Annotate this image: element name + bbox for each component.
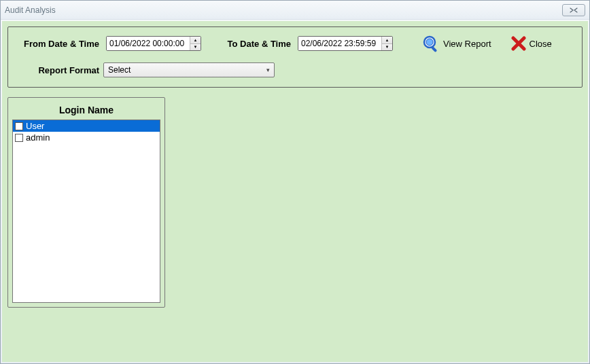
window-close-icon (568, 7, 579, 13)
login-list-panel: Login Name Useradmin (7, 97, 165, 308)
to-date-spinner[interactable]: ▲ ▼ (381, 37, 392, 50)
magnifier-icon (421, 34, 440, 53)
spinner-up-icon[interactable]: ▲ (382, 37, 392, 44)
spinner-down-icon[interactable]: ▼ (190, 44, 201, 51)
chevron-down-icon: ▾ (266, 67, 270, 73)
svg-point-1 (426, 39, 433, 46)
checkbox[interactable] (15, 122, 23, 130)
from-date-input[interactable] (107, 37, 190, 50)
list-item-label: admin (26, 132, 50, 143)
close-icon (510, 35, 527, 52)
spinner-down-icon[interactable]: ▼ (382, 44, 392, 51)
client-area: From Date & Time ▲ ▼ To Date & Time ▲ ▼ (2, 21, 588, 362)
checkbox[interactable] (15, 134, 23, 142)
list-item[interactable]: admin (13, 132, 160, 143)
audit-analysis-window: Audit Analysis From Date & Time ▲ ▼ To D… (0, 0, 590, 364)
login-name-header: Login Name (12, 102, 160, 120)
view-report-label: View Report (443, 39, 491, 49)
from-date-field[interactable]: ▲ ▼ (106, 36, 201, 51)
parameters-panel: From Date & Time ▲ ▼ To Date & Time ▲ ▼ (7, 26, 583, 88)
report-format-value: Select (108, 65, 131, 75)
view-report-button[interactable]: View Report (419, 34, 494, 53)
close-button[interactable]: Close (508, 35, 555, 52)
to-date-label: To Date & Time (220, 39, 295, 49)
from-date-spinner[interactable]: ▲ ▼ (190, 37, 201, 50)
spinner-up-icon[interactable]: ▲ (190, 37, 201, 44)
close-label: Close (530, 39, 552, 49)
login-listbox[interactable]: Useradmin (12, 120, 160, 303)
to-date-field[interactable]: ▲ ▼ (298, 36, 393, 51)
from-date-label: From Date & Time (15, 39, 103, 49)
list-item-label: User (26, 121, 44, 131)
window-close-button[interactable] (562, 4, 585, 16)
window-title: Audit Analysis (5, 5, 562, 15)
to-date-input[interactable] (298, 37, 381, 50)
report-format-combo[interactable]: Select ▾ (103, 62, 275, 77)
date-row: From Date & Time ▲ ▼ To Date & Time ▲ ▼ (15, 34, 575, 53)
list-item[interactable]: User (13, 120, 160, 132)
titlebar: Audit Analysis (1, 1, 589, 20)
format-row: Report Format Select ▾ (15, 62, 575, 77)
report-format-label: Report Format (15, 65, 103, 75)
